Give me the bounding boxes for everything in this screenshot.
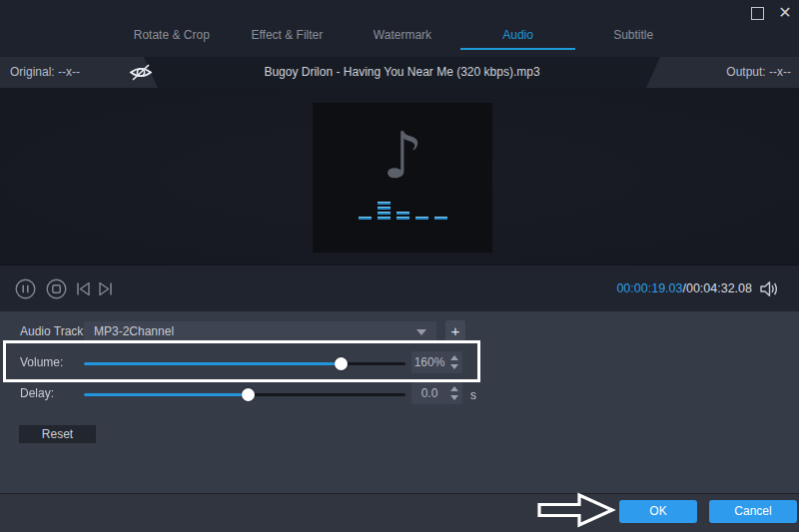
volume-increase-icon[interactable] bbox=[450, 355, 458, 360]
audio-track-dropdown[interactable]: MP3-2Channel bbox=[84, 321, 436, 342]
tab-rotate-crop[interactable]: Rotate & Crop bbox=[114, 22, 230, 50]
stop-button[interactable] bbox=[46, 278, 67, 302]
time-current: 00:00:19.03 bbox=[616, 281, 682, 295]
footer-bar: OK Cancel bbox=[0, 493, 799, 532]
output-resolution-label: Output: --x-- bbox=[726, 57, 791, 88]
tab-effect-filter[interactable]: Effect & Filter bbox=[230, 22, 346, 50]
preview-toggle-eye-icon[interactable] bbox=[127, 62, 155, 83]
audio-settings-panel: Audio Track: MP3-2Channel + Volume: 160%… bbox=[0, 311, 799, 493]
volume-speaker-icon[interactable] bbox=[758, 279, 779, 301]
delay-slider-thumb[interactable] bbox=[242, 388, 255, 401]
cancel-button[interactable]: Cancel bbox=[709, 500, 797, 523]
audio-track-value: MP3-2Channel bbox=[94, 324, 174, 338]
close-icon[interactable]: ✕ bbox=[776, 4, 794, 22]
media-filename: Bugoy Drilon - Having You Near Me (320 k… bbox=[140, 57, 664, 88]
delay-slider[interactable] bbox=[84, 393, 405, 396]
audio-edit-dialog: ✕ Rotate & Crop Effect & Filter Watermar… bbox=[0, 0, 799, 532]
titlebar: ✕ Rotate & Crop Effect & Filter Watermar… bbox=[0, 0, 799, 57]
playback-bar: 00:00:19.03/00:04:32.08 bbox=[0, 265, 799, 311]
preview-area: ♪ bbox=[0, 88, 799, 265]
delay-increase-icon[interactable] bbox=[450, 386, 458, 391]
audio-track-label: Audio Track: bbox=[20, 321, 87, 342]
delay-label: Delay: bbox=[20, 382, 54, 404]
next-frame-button[interactable] bbox=[97, 280, 114, 300]
delay-slider-fill bbox=[84, 393, 248, 396]
tab-bar: Rotate & Crop Effect & Filter Watermark … bbox=[114, 22, 691, 50]
delay-unit-label: s bbox=[470, 384, 476, 406]
ok-button[interactable]: OK bbox=[619, 500, 697, 523]
volume-label: Volume: bbox=[20, 351, 63, 373]
volume-value[interactable]: 160% bbox=[411, 351, 447, 373]
time-total: 00:04:32.08 bbox=[686, 281, 752, 295]
pause-button[interactable] bbox=[15, 278, 36, 302]
volume-spinner: 160% bbox=[411, 351, 462, 373]
tab-watermark[interactable]: Watermark bbox=[345, 22, 460, 50]
delay-spinner: 0.0 bbox=[411, 382, 462, 404]
volume-decrease-icon[interactable] bbox=[450, 364, 458, 369]
info-bar: Original: --x-- Bugoy Drilon - Having Yo… bbox=[0, 57, 799, 88]
delay-value[interactable]: 0.0 bbox=[411, 382, 447, 404]
music-note-icon: ♪ bbox=[313, 117, 492, 195]
audio-preview-box: ♪ bbox=[313, 103, 492, 253]
previous-frame-button[interactable] bbox=[75, 280, 92, 300]
chevron-down-icon bbox=[416, 329, 426, 335]
reset-button[interactable]: Reset bbox=[18, 424, 97, 444]
volume-slider-thumb[interactable] bbox=[335, 357, 348, 370]
delay-decrease-icon[interactable] bbox=[450, 395, 458, 400]
maximize-icon[interactable] bbox=[751, 7, 764, 20]
add-audio-track-button[interactable]: + bbox=[445, 320, 465, 342]
time-display: 00:00:19.03/00:04:32.08 bbox=[616, 266, 752, 312]
tab-subtitle[interactable]: Subtitle bbox=[575, 22, 691, 50]
tab-audio[interactable]: Audio bbox=[460, 22, 576, 50]
equalizer-bars bbox=[313, 198, 492, 220]
original-resolution-label: Original: --x-- bbox=[10, 57, 80, 88]
volume-slider-fill bbox=[84, 362, 342, 365]
volume-slider[interactable] bbox=[84, 362, 405, 365]
